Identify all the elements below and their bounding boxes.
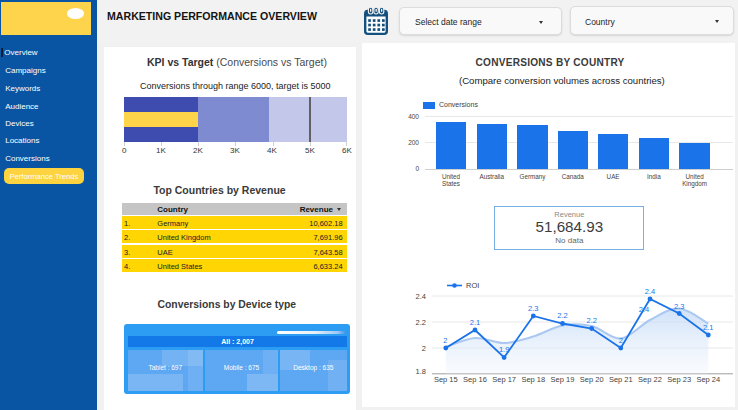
svg-text:1.9: 1.9 [499,345,509,354]
svg-text:1.8: 1.8 [416,367,426,376]
svg-text:2: 2 [619,336,623,345]
svg-text:Sep 21: Sep 21 [609,375,633,384]
svg-text:Sep 17: Sep 17 [492,375,516,384]
svg-text:2.2: 2.2 [557,311,567,320]
svg-text:Sep 16: Sep 16 [463,375,487,384]
svg-text:Sep 23: Sep 23 [667,375,691,384]
svg-text:2: 2 [443,336,447,345]
svg-text:2.2: 2.2 [416,318,426,327]
svg-text:2.1: 2.1 [703,323,713,332]
svg-text:Sep 19: Sep 19 [551,375,575,384]
svg-text:2: 2 [422,344,426,353]
svg-text:2.3: 2.3 [674,302,684,311]
svg-text:2.3: 2.3 [528,304,538,313]
svg-text:2.4: 2.4 [645,287,655,296]
svg-text:Sep 20: Sep 20 [580,375,604,384]
svg-text:Sep 18: Sep 18 [521,375,545,384]
svg-text:Sep 24: Sep 24 [696,375,720,384]
svg-text:2.4: 2.4 [639,305,649,314]
svg-text:Sep 22: Sep 22 [638,375,662,384]
svg-text:2.1: 2.1 [470,318,480,327]
svg-text:2.2: 2.2 [586,316,596,325]
svg-text:Sep 15: Sep 15 [434,375,458,384]
svg-text:ROI: ROI [466,281,479,290]
svg-text:2.4: 2.4 [416,292,426,301]
